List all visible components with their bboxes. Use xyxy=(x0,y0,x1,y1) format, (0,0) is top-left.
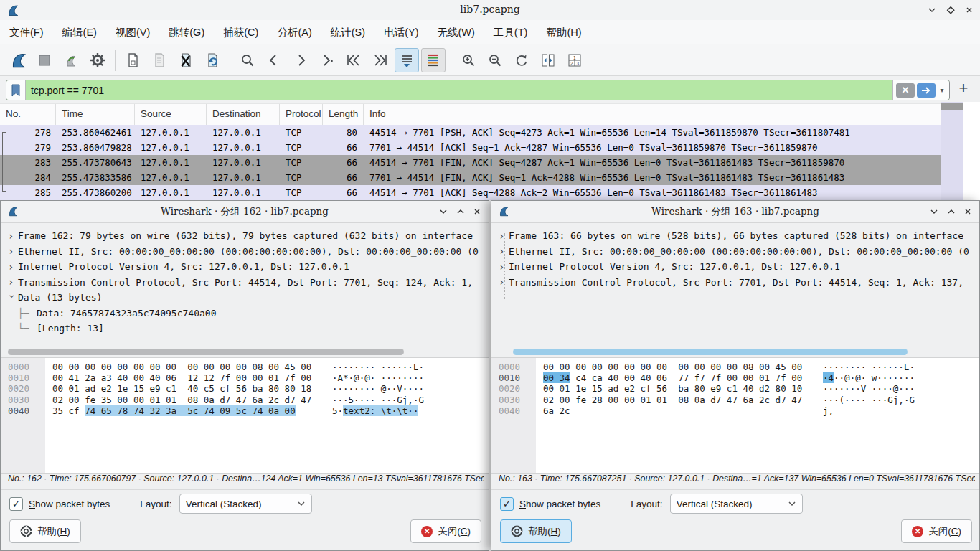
filter-clear-icon[interactable]: ✕ xyxy=(896,83,915,98)
show-packet-bytes-checkbox[interactable]: ✓ xyxy=(500,497,514,511)
expander-closed-icon[interactable]: › xyxy=(8,245,18,257)
colorize-icon[interactable] xyxy=(421,48,446,72)
packet-list-header[interactable]: No.TimeSourceDestinationProtocolLengthIn… xyxy=(0,103,941,126)
expander-closed-icon[interactable]: › xyxy=(8,261,18,273)
hex-row[interactable]: 001000 34 c4 ca 40 00 40 06 77 f7 7f 00 … xyxy=(491,372,979,383)
menu-item-3[interactable]: 跳转(G) xyxy=(159,22,214,44)
close-icon[interactable] xyxy=(964,5,974,15)
hex-row[interactable]: 001000 41 2a a3 40 00 40 06 12 12 7f 00 … xyxy=(1,372,489,383)
layout-select[interactable]: Vertical (Stacked) xyxy=(179,494,312,514)
minimize-icon[interactable] xyxy=(438,207,448,217)
tree-item[interactable]: ›Transmission Control Protocol, Src Port… xyxy=(491,275,979,291)
menu-item-8[interactable]: 无线(W) xyxy=(428,22,484,44)
hex-row[interactable]: 000000 00 00 00 00 00 00 00 00 00 00 00 … xyxy=(1,362,489,372)
menu-item-1[interactable]: 编辑(E) xyxy=(53,22,106,44)
number-columns-icon[interactable]: 123 xyxy=(562,48,587,72)
minimize-icon[interactable] xyxy=(927,5,937,15)
filter-apply-icon[interactable] xyxy=(917,83,936,98)
expander-open-icon[interactable]: › xyxy=(6,293,18,303)
reload-file-icon[interactable] xyxy=(200,48,225,72)
menu-item-7[interactable]: 电话(Y) xyxy=(374,22,428,44)
close-icon[interactable] xyxy=(472,207,482,217)
horizontal-scrollbar-thumb[interactable] xyxy=(8,349,404,355)
hex-dump-pane[interactable]: 000000 00 00 00 00 00 00 00 00 00 00 00 … xyxy=(1,357,489,474)
go-to-packet-icon[interactable] xyxy=(315,48,339,72)
protocol-tree[interactable]: ›Frame 163: 66 bytes on wire (528 bits),… xyxy=(491,223,979,352)
display-filter-input[interactable]: tcp.port == 7701 ✕ ▾ xyxy=(6,80,950,100)
expander-closed-icon[interactable]: › xyxy=(499,276,509,288)
tree-item[interactable]: ›Transmission Control Protocol, Src Port… xyxy=(1,275,489,291)
column-header-time[interactable]: Time xyxy=(56,104,135,126)
filter-bookmark-icon[interactable] xyxy=(6,80,26,100)
filter-add-button[interactable]: + xyxy=(954,79,973,99)
filter-history-caret-icon[interactable]: ▾ xyxy=(938,86,946,94)
tree-item[interactable]: ›Frame 162: 79 bytes on wire (632 bits),… xyxy=(1,228,489,244)
expander-closed-icon[interactable]: › xyxy=(499,261,509,273)
show-packet-bytes-checkbox[interactable]: ✓ xyxy=(9,497,23,511)
go-forward-icon[interactable] xyxy=(288,48,313,72)
stop-capture-icon[interactable] xyxy=(32,48,57,72)
zoom-in-icon[interactable] xyxy=(456,48,481,72)
close-button[interactable]: ✕关闭(C) xyxy=(901,519,972,543)
layout-select[interactable]: Vertical (Stacked) xyxy=(670,494,803,514)
column-header-no[interactable]: No. xyxy=(0,104,56,126)
close-button[interactable]: ✕关闭(C) xyxy=(410,519,481,543)
maximize-icon[interactable] xyxy=(456,207,466,217)
hex-row[interactable]: 002000 01 ad e2 1e 15 e9 c1 40 c5 cf 56 … xyxy=(1,383,489,394)
table-row[interactable]: 279253.860479828127.0.0.1127.0.0.1TCP667… xyxy=(0,140,941,155)
tree-item[interactable]: ›Data (13 bytes) xyxy=(1,290,489,306)
resize-columns-icon[interactable] xyxy=(536,48,560,72)
tree-item[interactable]: ›Internet Protocol Version 4, Src: 127.0… xyxy=(491,259,979,275)
menu-item-10[interactable]: 帮助(H) xyxy=(537,22,590,44)
menu-item-0[interactable]: 文件(F) xyxy=(0,22,53,44)
table-row[interactable]: 285255.473860200127.0.0.1127.0.0.1TCP664… xyxy=(0,185,941,200)
hex-row[interactable]: 004035 cf 74 65 78 74 32 3a 5c 74 09 5c … xyxy=(1,405,489,416)
zoom-out-icon[interactable] xyxy=(483,48,507,72)
help-button[interactable]: 帮助(H) xyxy=(500,519,572,543)
packet-list-scrollbar-track[interactable] xyxy=(941,102,963,200)
hex-dump-pane[interactable]: 000000 00 00 00 00 00 00 00 00 00 00 00 … xyxy=(491,357,979,474)
minimize-icon[interactable] xyxy=(929,207,939,217)
go-last-icon[interactable] xyxy=(368,48,392,72)
column-header-protocol[interactable]: Protocol xyxy=(280,104,323,126)
menu-item-4[interactable]: 捕获(C) xyxy=(214,22,268,44)
find-packet-icon[interactable] xyxy=(235,48,260,72)
tree-item[interactable]: └─[Length: 13] xyxy=(1,321,489,336)
close-icon[interactable] xyxy=(963,207,973,217)
start-capture-icon[interactable] xyxy=(6,48,30,72)
go-back-icon[interactable] xyxy=(262,48,286,72)
tree-item[interactable]: ›Frame 163: 66 bytes on wire (528 bits),… xyxy=(491,228,979,244)
capture-options-icon[interactable] xyxy=(85,48,110,72)
hex-row[interactable]: 003002 00 fe 35 00 00 01 01 08 0a d7 47 … xyxy=(1,395,489,405)
table-row[interactable]: 283255.473780643127.0.0.1127.0.0.1TCP664… xyxy=(0,155,941,170)
close-file-icon[interactable] xyxy=(174,48,198,72)
expander-closed-icon[interactable]: › xyxy=(499,245,509,257)
packet-list-scrollbar-thumb[interactable] xyxy=(941,103,963,110)
save-file-icon[interactable] xyxy=(147,48,171,72)
hex-row[interactable]: 003002 00 fe 28 00 00 01 01 08 0a d7 47 … xyxy=(491,395,979,405)
open-file-icon[interactable] xyxy=(121,48,145,72)
expander-closed-icon[interactable]: › xyxy=(8,230,18,242)
filter-expression[interactable]: tcp.port == 7701 xyxy=(26,85,892,96)
tree-item[interactable]: ›Internet Protocol Version 4, Src: 127.0… xyxy=(1,259,489,275)
column-header-destination[interactable]: Destination xyxy=(207,104,280,126)
menu-item-5[interactable]: 分析(A) xyxy=(268,22,321,44)
tree-item[interactable]: ›Ethernet II, Src: 00:00:00_00:00:00 (00… xyxy=(1,244,489,260)
tree-item[interactable]: ├─Data: 74657874323a5c74095c740a00 xyxy=(1,306,489,321)
tree-item[interactable]: ›Ethernet II, Src: 00:00:00_00:00:00 (00… xyxy=(491,244,979,260)
maximize-icon[interactable] xyxy=(946,5,956,15)
menu-item-9[interactable]: 工具(T) xyxy=(484,22,537,44)
menu-item-6[interactable]: 统计(S) xyxy=(321,22,374,44)
restart-capture-icon[interactable] xyxy=(59,48,83,72)
menu-item-2[interactable]: 视图(V) xyxy=(106,22,159,44)
column-header-info[interactable]: Info xyxy=(364,104,941,126)
help-button[interactable]: 帮助(H) xyxy=(9,519,81,543)
horizontal-scrollbar-thumb[interactable] xyxy=(513,349,908,355)
maximize-icon[interactable] xyxy=(946,207,956,217)
go-first-icon[interactable] xyxy=(341,48,366,72)
table-row[interactable]: 284255.473833586127.0.0.1127.0.0.1TCP667… xyxy=(0,170,941,185)
column-header-source[interactable]: Source xyxy=(135,104,207,126)
hex-row[interactable]: 002000 01 1e 15 ad e2 cf 56 ba 80 e9 c1 … xyxy=(491,383,979,394)
protocol-tree[interactable]: ›Frame 162: 79 bytes on wire (632 bits),… xyxy=(1,223,489,352)
hex-row[interactable]: 000000 00 00 00 00 00 00 00 00 00 00 00 … xyxy=(491,362,979,372)
